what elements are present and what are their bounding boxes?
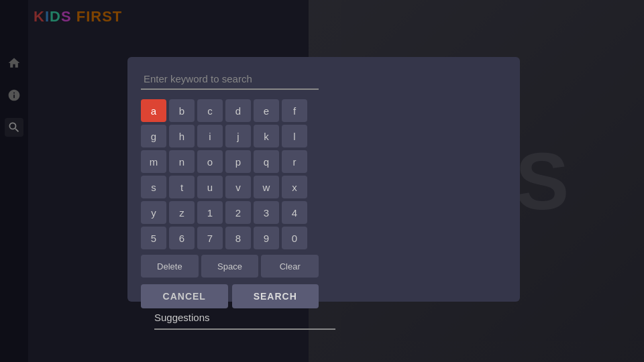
key-w[interactable]: w [254,176,279,198]
key-k[interactable]: k [254,125,279,147]
delete-button[interactable]: Delete [141,255,199,278]
key-m[interactable]: m [141,150,166,173]
key-3[interactable]: 3 [254,201,279,224]
key-x[interactable]: x [282,176,307,198]
key-v[interactable]: v [225,176,251,198]
key-e[interactable]: e [254,99,279,122]
action-row: Delete Space Clear [141,255,319,278]
key-z[interactable]: z [169,201,195,224]
clear-button[interactable]: Clear [261,255,319,278]
key-s[interactable]: s [141,176,166,198]
keyboard-panel: a b c d e f g h i j k l m n o p q r s t [141,69,319,308]
key-b[interactable]: b [169,99,195,122]
key-a[interactable]: a [141,99,166,122]
search-dialog: a b c d e f g h i j k l m n o p q r s t [127,57,520,302]
space-button[interactable]: Space [201,255,259,278]
key-2[interactable]: 2 [225,201,251,224]
cancel-button[interactable]: CANCEL [141,284,228,308]
key-u[interactable]: u [197,176,223,198]
key-l[interactable]: l [282,125,307,147]
key-t[interactable]: t [169,176,195,198]
key-7[interactable]: 7 [197,227,223,249]
key-f[interactable]: f [282,99,307,122]
search-button[interactable]: SEARCH [232,284,319,308]
keyboard-grid: a b c d e f g h i j k l m n o p q r s t [141,99,319,249]
bottom-row: CANCEL SEARCH [141,284,319,308]
key-q[interactable]: q [254,150,279,173]
key-8[interactable]: 8 [225,227,251,249]
key-h[interactable]: h [169,125,195,147]
key-r[interactable]: r [282,150,307,173]
key-4[interactable]: 4 [282,201,307,224]
suggestions-label: Suggestions [154,312,335,330]
key-6[interactable]: 6 [169,227,195,249]
key-c[interactable]: c [197,99,223,122]
suggestions-panel: Suggestions [141,308,335,337]
key-i[interactable]: i [197,125,223,147]
key-n[interactable]: n [169,150,195,173]
key-o[interactable]: o [197,150,223,173]
key-1[interactable]: 1 [197,201,223,224]
key-5[interactable]: 5 [141,227,166,249]
key-d[interactable]: d [225,99,251,122]
key-p[interactable]: p [225,150,251,173]
key-0[interactable]: 0 [282,227,307,249]
key-9[interactable]: 9 [254,227,279,249]
key-y[interactable]: y [141,201,166,224]
search-input[interactable] [141,69,319,90]
key-g[interactable]: g [141,125,166,147]
key-j[interactable]: j [225,125,251,147]
